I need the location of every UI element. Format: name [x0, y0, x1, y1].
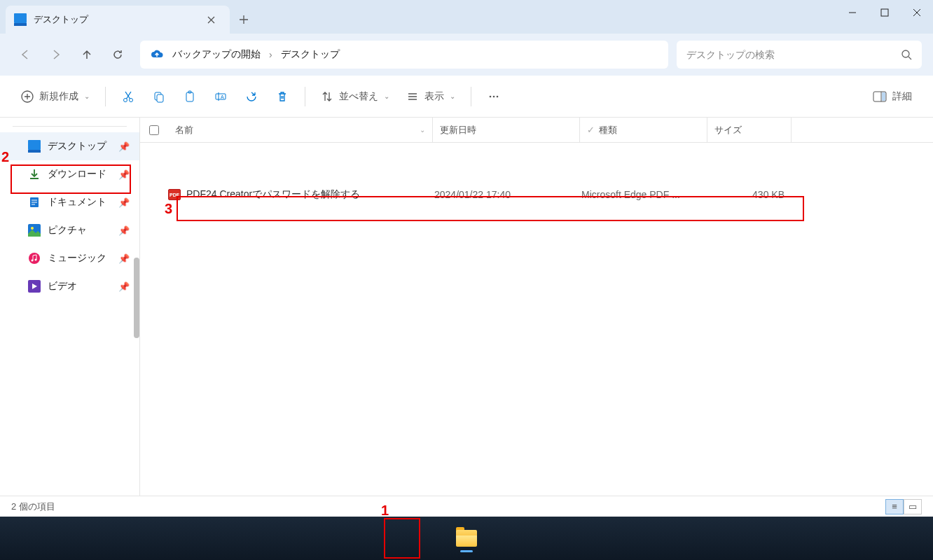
file-row-blurred [148, 146, 925, 174]
taskbar-item-blurred [276, 523, 307, 554]
forward-button[interactable] [42, 41, 70, 69]
new-tab-button[interactable] [230, 6, 258, 34]
column-type[interactable]: ✓種類 [580, 118, 707, 142]
file-row[interactable]: PDF PDF24 Creatorでパスワードを解除する 2024/01/22 … [140, 182, 933, 207]
details-view-button[interactable]: ≡ [885, 499, 904, 514]
cut-button[interactable] [114, 84, 142, 109]
up-button[interactable] [73, 41, 101, 69]
pin-icon[interactable]: 📌 [118, 197, 130, 208]
svg-rect-0 [14, 13, 27, 23]
svg-point-24 [32, 260, 34, 262]
svg-rect-1 [14, 23, 27, 26]
taskbar [0, 517, 933, 560]
item-count: 2 個の項目 [11, 500, 55, 513]
delete-button[interactable] [268, 84, 296, 109]
back-button[interactable] [11, 41, 39, 69]
chevron-down-icon: ⌄ [450, 92, 455, 100]
column-headers: 名前⌄ 更新日時 ✓種類 サイズ [140, 118, 933, 143]
details-label: 詳細 [892, 90, 912, 103]
new-button[interactable]: 新規作成 ⌄ [14, 84, 97, 109]
close-window-button[interactable] [901, 0, 933, 25]
svg-point-13 [490, 95, 492, 97]
sidebar-blurred-area [7, 282, 126, 324]
pin-icon[interactable]: 📌 [118, 225, 130, 236]
toolbar: 新規作成 ⌄ A 並べ替え ⌄ 表示 ⌄ 詳細 [0, 76, 933, 118]
maximize-button[interactable] [869, 0, 901, 25]
taskbar-item-blurred [696, 523, 727, 554]
taskbar-item-blurred [381, 523, 412, 554]
desktop-icon [28, 140, 41, 153]
sidebar-item-pictures[interactable]: ピクチャ 📌 [0, 216, 139, 244]
pin-icon[interactable]: 📌 [118, 169, 130, 180]
taskbar-item-blurred [416, 523, 447, 554]
svg-point-3 [902, 50, 909, 57]
sidebar-label: ドキュメント [48, 196, 106, 209]
view-label: 表示 [424, 90, 444, 103]
taskbar-item-blurred [311, 523, 342, 554]
chevron-down-icon: ⌄ [384, 92, 389, 100]
svg-point-5 [124, 98, 127, 102]
sidebar-item-music[interactable]: ミュージック 📌 [0, 244, 139, 272]
sort-button[interactable]: 並べ替え ⌄ [314, 84, 396, 109]
close-tab-button[interactable] [200, 9, 221, 30]
svg-rect-8 [157, 94, 163, 102]
file-size: 430 KB [709, 189, 793, 200]
search-icon [901, 49, 912, 60]
scrollbar-thumb[interactable] [134, 258, 139, 338]
taskbar-item-blurred [591, 523, 622, 554]
svg-point-23 [29, 253, 40, 264]
svg-rect-18 [28, 140, 41, 150]
breadcrumb-location[interactable]: デスクトップ [281, 48, 340, 61]
sidebar-label: ピクチャ [48, 224, 87, 237]
svg-point-14 [493, 95, 495, 97]
taskbar-item-blurred [346, 523, 377, 554]
file-list-area: 名前⌄ 更新日時 ✓種類 サイズ PDF PDF24 Creatorでパスワード… [140, 118, 933, 517]
pin-icon[interactable]: 📌 [118, 141, 130, 152]
svg-rect-2 [881, 9, 888, 16]
svg-rect-9 [186, 92, 193, 102]
new-label: 新規作成 [39, 90, 78, 103]
tab-desktop[interactable]: デスクトップ [6, 6, 230, 34]
annotation-number-1: 1 [381, 503, 389, 519]
copy-button[interactable] [145, 84, 173, 109]
taskbar-item-blurred [241, 523, 272, 554]
view-button[interactable]: 表示 ⌄ [399, 84, 462, 109]
breadcrumb-backup[interactable]: バックアップの開始 [172, 48, 261, 61]
taskbar-item-blurred [486, 523, 517, 554]
share-button[interactable] [237, 84, 265, 109]
select-all-checkbox[interactable] [140, 118, 168, 142]
desktop-icon [14, 13, 27, 26]
svg-point-15 [497, 95, 499, 97]
details-pane-button[interactable]: 詳細 [866, 84, 919, 109]
active-indicator [460, 550, 473, 552]
svg-point-25 [35, 259, 37, 261]
pictures-icon [28, 224, 41, 237]
annotation-number-2: 2 [1, 149, 9, 165]
column-size[interactable]: サイズ [707, 118, 792, 142]
cloud-backup-icon [150, 49, 164, 60]
taskbar-item-blurred [521, 523, 552, 554]
refresh-button[interactable] [104, 41, 132, 69]
column-date[interactable]: 更新日時 [433, 118, 580, 142]
annotation-number-3: 3 [165, 201, 172, 217]
taskbar-explorer[interactable] [451, 523, 482, 554]
sidebar-item-desktop[interactable]: デスクトップ 📌 [0, 132, 139, 160]
music-icon [28, 252, 41, 265]
search-box[interactable] [677, 41, 922, 69]
rename-button[interactable]: A [207, 84, 235, 109]
taskbar-item-blurred [556, 523, 587, 554]
thumbnail-view-button[interactable]: ▭ [904, 499, 922, 514]
search-input[interactable] [686, 49, 901, 60]
download-icon [28, 168, 41, 181]
sidebar-label: ミュージック [48, 252, 106, 265]
column-name[interactable]: 名前⌄ [168, 118, 433, 142]
chevron-down-icon: ⌄ [84, 92, 90, 100]
pin-icon[interactable]: 📌 [118, 253, 130, 264]
separator [305, 87, 305, 106]
address-bar[interactable]: バックアップの開始 › デスクトップ [140, 41, 668, 69]
more-button[interactable] [480, 84, 508, 109]
sidebar-item-documents[interactable]: ドキュメント 📌 [0, 188, 139, 216]
paste-button[interactable] [176, 84, 204, 109]
minimize-button[interactable] [836, 0, 869, 25]
sidebar-item-downloads[interactable]: ダウンロード 📌 [0, 160, 139, 188]
